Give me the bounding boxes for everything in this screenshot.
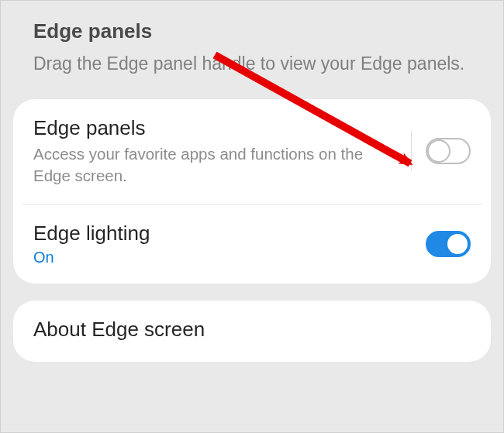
about-title: About Edge screen xyxy=(33,318,464,342)
settings-header: Edge panels Drag the Edge panel handle t… xyxy=(1,1,503,99)
header-description: Drag the Edge panel handle to view your … xyxy=(33,51,471,76)
edge-lighting-text: Edge lighting On xyxy=(33,222,426,266)
settings-card: Edge panels Access your favorite apps an… xyxy=(13,99,491,283)
edge-lighting-row[interactable]: Edge lighting On xyxy=(13,204,491,284)
about-card: About Edge screen xyxy=(13,301,491,362)
vertical-divider xyxy=(411,131,412,171)
edge-lighting-status: On xyxy=(33,249,419,266)
edge-panels-subtitle: Access your favorite apps and functions … xyxy=(33,143,400,186)
about-text: About Edge screen xyxy=(33,318,471,345)
edge-panels-row[interactable]: Edge panels Access your favorite apps an… xyxy=(13,99,491,203)
edge-panels-title: Edge panels xyxy=(33,116,400,140)
about-edge-screen-row[interactable]: About Edge screen xyxy=(13,301,491,362)
edge-lighting-toggle[interactable] xyxy=(426,231,471,257)
edge-lighting-title: Edge lighting xyxy=(33,222,419,246)
header-title: Edge panels xyxy=(33,19,471,43)
edge-panels-toggle[interactable] xyxy=(426,138,471,164)
toggle-knob xyxy=(446,232,469,256)
edge-panels-text: Edge panels Access your favorite apps an… xyxy=(33,116,406,186)
